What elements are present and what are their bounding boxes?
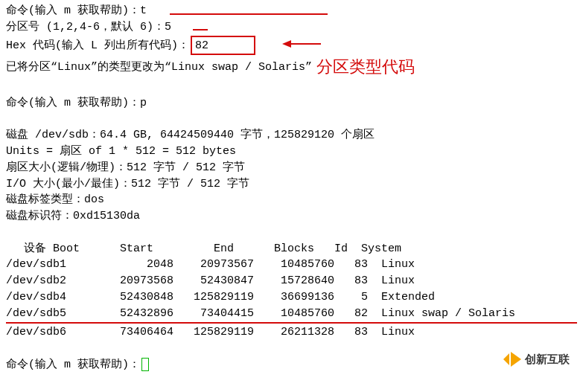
terminal-cursor[interactable] [141, 358, 149, 371]
blank-line [6, 112, 577, 128]
line-partition-num: 分区号 (1,2,4-6，默认 6)：5 [6, 19, 577, 36]
io-size-line: I/O 大小(最小/最佳)：512 字节 / 512 字节 [6, 176, 577, 193]
line-command-t: 命令(输入 m 获取帮助)：t [6, 3, 577, 19]
label-type-line: 磁盘标签类型：dos [6, 192, 577, 208]
line-command-cursor: 命令(输入 m 获取帮助)： [6, 357, 577, 373]
blank-line [6, 341, 577, 357]
prompt-text: 命令(输入 m 获取帮助)： [6, 359, 140, 371]
arrow-icon [282, 39, 321, 49]
logo-text: 创新互联 [525, 351, 570, 367]
sector-size-line: 扇区大小(逻辑/物理)：512 字节 / 512 字节 [6, 160, 577, 176]
hex-code-value: 82 [195, 39, 208, 52]
logo-icon [503, 350, 522, 369]
watermark-logo: 创新互联 [503, 350, 570, 369]
blank-line [6, 79, 577, 95]
disk-info-line: 磁盘 /dev/sdb：64.4 GB, 64424509440 字节，1258… [6, 127, 577, 144]
line-type-changed: 已将分区“Linux”的类型更改为“Linux swap / Solaris”分… [6, 55, 577, 79]
input-value: p [140, 97, 147, 109]
message-text: 已将分区“Linux”的类型更改为“Linux swap / Solaris” [6, 61, 312, 74]
prompt-text: 命令(输入 m 获取帮助)： [6, 4, 140, 17]
blank-line [6, 225, 577, 241]
annotation-underline-1 [170, 13, 328, 15]
input-value: 5 [165, 21, 171, 33]
table-row: /dev/sdb6 73406464 125829119 26211328 83… [6, 324, 577, 341]
line-command-p: 命令(输入 m 获取帮助)：p [6, 95, 577, 112]
prompt-text: 分区号 (1,2,4-6，默认 6)： [6, 21, 165, 33]
highlight-separator [6, 322, 577, 324]
annotation-underline-2 [193, 29, 208, 30]
table-row: /dev/sdb2 20973568 52430847 15728640 83 … [6, 273, 577, 289]
svg-marker-1 [282, 40, 291, 48]
table-row: /dev/sdb1 2048 20973567 10485760 83 Linu… [6, 257, 577, 273]
units-line: Units = 扇区 of 1 * 512 = 512 bytes [6, 144, 577, 160]
prompt-text: Hex 代码(输入 L 列出所有代码)： [6, 39, 189, 52]
table-row: /dev/sdb4 52430848 125829119 36699136 5 … [6, 289, 577, 306]
input-value: t [140, 4, 147, 17]
prompt-text: 命令(输入 m 获取帮助)： [6, 97, 140, 109]
table-row: /dev/sdb5 52432896 73404415 10485760 82 … [6, 306, 577, 322]
svg-marker-3 [511, 352, 521, 367]
svg-marker-2 [503, 353, 509, 365]
partition-table-header: 设备 Boot Start End Blocks Id System [24, 241, 577, 257]
hex-code-highlight: 82 [191, 36, 255, 56]
identifier-line: 磁盘标识符：0xd15130da [6, 208, 577, 225]
line-hex-code: Hex 代码(输入 L 列出所有代码)：82 [6, 36, 577, 56]
annotation-text: 分区类型代码 [316, 55, 415, 79]
